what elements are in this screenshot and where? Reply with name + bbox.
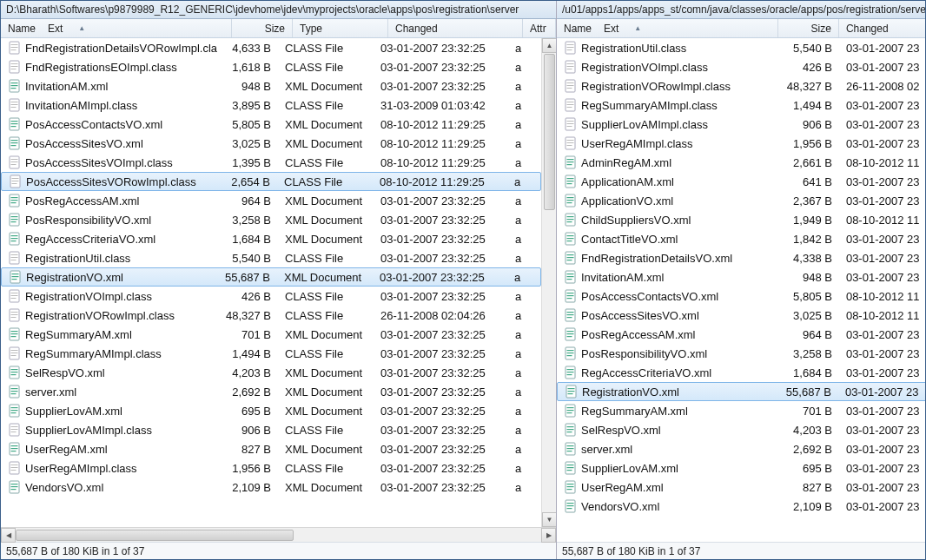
table-row[interactable]: UserRegAMImpl.class1,956 BCLASS File03-0… [1,458,541,478]
header-attr[interactable]: Attr [523,19,556,37]
class-file-icon [8,251,22,265]
header-size[interactable]: Size [778,19,839,37]
table-row[interactable]: SupplierLovAM.xml695 B03-01-2007 23 [557,458,926,478]
scroll-thumb[interactable] [544,54,555,210]
table-row[interactable]: VendorsVO.xml2,109 B03-01-2007 23 [557,497,926,516]
table-row[interactable]: PosAccessSitesVOImpl.class1,395 BCLASS F… [1,153,541,172]
table-row[interactable]: PosAccessContactsVO.xml5,805 BXML Docume… [1,115,541,134]
svg-rect-85 [11,445,18,446]
table-row[interactable]: PosAccessSitesVORowImpl.class2,654 BCLAS… [1,172,541,191]
table-row[interactable]: RegAccessCriteriaVO.xml1,684 B03-01-2007… [557,363,926,382]
table-row[interactable]: InvitationAM.xml948 B03-01-2007 23 [557,267,926,287]
table-row[interactable]: PosResponsibilityVO.xml3,258 BXML Docume… [1,210,541,229]
header-name[interactable]: Name Ext ▲ [557,19,778,37]
table-row[interactable]: FndRegistrationDetailsVORowImpl.class4,6… [1,38,541,57]
table-row[interactable]: VendorsVO.xml2,109 BXML Document03-01-20… [1,478,541,497]
header-type[interactable]: Type [293,19,388,37]
table-row[interactable]: AdminRegAM.xml2,661 B08-10-2012 11 [557,153,926,172]
table-row[interactable]: UserRegAMImpl.class1,956 B03-01-2007 23 [557,134,926,153]
svg-rect-61 [11,331,18,332]
table-row[interactable]: RegistrationVORowImpl.class48,327 BCLASS… [1,306,541,325]
svg-rect-82 [11,429,18,430]
table-row[interactable]: RegSummaryAMImpl.class1,494 BCLASS File0… [1,344,541,363]
file-name: RegAccessCriteriaVO.xml [25,233,155,246]
left-file-list[interactable]: FndRegistrationDetailsVORowImpl.class4,6… [1,38,556,527]
left-path-bar[interactable]: D:\Bharath\Softwares\p9879989_R12_GENERI… [1,1,556,19]
scroll-up-button[interactable]: ▲ [542,38,556,53]
table-row[interactable]: RegistrationUtil.class5,540 BCLASS File0… [1,248,541,267]
table-row[interactable]: SupplierLovAMImpl.class906 BCLASS File03… [1,420,541,439]
table-row[interactable]: RegSummaryAMImpl.class1,494 B03-01-2007 … [557,96,926,115]
file-size: 3,025 B [778,309,839,322]
file-type: CLASS File [278,347,374,360]
file-attr: a [508,252,541,265]
table-row[interactable]: ApplicationAM.xml641 B03-01-2007 23 [557,172,926,191]
file-type: XML Document [278,366,374,379]
class-file-icon [8,41,22,55]
scroll-right-button[interactable]: ▶ [541,528,556,543]
table-row[interactable]: PosAccessContactsVO.xml5,805 B08-10-2012… [557,287,926,306]
table-row[interactable]: PosRegAccessAM.xml964 BXML Document03-01… [1,191,541,210]
table-row[interactable]: FndRegistrationDetailsVO.xml4,338 B03-01… [557,248,926,267]
file-type: CLASS File [277,175,373,188]
svg-rect-6 [11,66,18,67]
right-file-list[interactable]: RegistrationUtil.class5,540 B03-01-2007 … [557,38,926,542]
svg-rect-190 [567,486,574,487]
file-changed: 03-01-2007 23:32:25 [374,214,508,227]
table-row[interactable]: UserRegAM.xml827 B03-01-2007 23 [557,478,926,497]
table-row[interactable]: InvitationAMImpl.class3,895 BCLASS File3… [1,96,541,115]
table-row[interactable]: PosResponsibilityVO.xml3,258 B03-01-2007… [557,344,926,363]
table-row[interactable]: PosRegAccessAM.xml964 B03-01-2007 23 [557,325,926,344]
table-row[interactable]: PosAccessSitesVO.xml3,025 BXML Document0… [1,134,541,153]
table-row[interactable]: RegAccessCriteriaVO.xml1,684 BXML Docume… [1,229,541,248]
table-row[interactable]: FndRegistrationsEOImpl.class1,618 BCLASS… [1,57,541,76]
svg-rect-169 [568,388,575,389]
scroll-left-button[interactable]: ◀ [1,528,16,543]
table-row[interactable]: RegSummaryAM.xml701 BXML Document03-01-2… [1,325,541,344]
svg-rect-158 [567,333,574,334]
table-row[interactable]: RegistrationUtil.class5,540 B03-01-2007 … [557,38,926,57]
table-row[interactable]: UserRegAM.xml827 BXML Document03-01-2007… [1,439,541,458]
table-row[interactable]: RegistrationVORowImpl.class48,327 B26-11… [557,76,926,96]
table-row[interactable]: ContactTitleVO.xml1,842 B03-01-2007 23 [557,229,926,248]
file-changed: 03-01-2007 23:32:25 [374,385,508,399]
table-row[interactable]: SelRespVO.xml4,203 BXML Document03-01-20… [1,363,541,382]
table-row[interactable]: server.xml2,692 BXML Document03-01-2007 … [1,382,541,401]
table-row[interactable]: ApplicationVO.xml2,367 B03-01-2007 23 [557,191,926,210]
xml-file-icon [8,194,22,208]
header-name[interactable]: Name Ext ▲ [1,19,232,37]
table-row[interactable]: RegistrationVOImpl.class426 B03-01-2007 … [557,57,926,76]
header-ext-label: Ext [48,23,63,35]
header-changed[interactable]: Changed [388,19,523,37]
file-type: XML Document [278,385,374,399]
table-row[interactable]: InvitationAM.xml948 BXML Document03-01-2… [1,76,541,96]
svg-rect-121 [567,159,574,160]
xml-file-icon [8,136,22,150]
right-path-bar[interactable]: /u01/apps1/apps/apps_st/comn/java/classe… [557,1,926,19]
table-row[interactable]: SupplierLovAMImpl.class906 B03-01-2007 2… [557,115,926,134]
left-horizontal-scrollbar[interactable]: ◀ ▶ [1,527,556,542]
table-row[interactable]: RegistrationVOImpl.class426 BCLASS File0… [1,287,541,306]
file-changed: 03-01-2007 23 [839,271,926,284]
table-row[interactable]: SupplierLovAM.xml695 BXML Document03-01-… [1,401,541,420]
hscroll-thumb[interactable] [16,530,294,541]
table-row[interactable]: RegSummaryAM.xml701 B03-01-2007 23 [557,401,926,420]
svg-rect-149 [567,293,574,293]
table-row[interactable]: PosAccessSitesVO.xml3,025 B08-10-2012 11 [557,306,926,325]
table-row[interactable]: server.xml2,692 B03-01-2007 23 [557,439,926,458]
file-changed: 03-01-2007 23 [838,385,926,399]
scroll-down-button[interactable]: ▼ [542,512,556,527]
table-row[interactable]: RegistrationVO.xml55,687 BXML Document03… [1,267,541,287]
svg-rect-51 [12,279,17,280]
svg-rect-155 [567,317,572,318]
table-row[interactable]: SelRespVO.xml4,203 B03-01-2007 23 [557,420,926,439]
svg-rect-86 [11,448,18,449]
table-row[interactable]: RegistrationVO.xml55,687 B03-01-2007 23 [557,382,926,401]
file-type: XML Document [278,80,374,93]
table-row[interactable]: ChildSuppliersVO.xml1,949 B08-10-2012 11 [557,210,926,229]
header-size[interactable]: Size [232,19,293,37]
file-name: RegAccessCriteriaVO.xml [581,366,711,379]
header-changed[interactable]: Changed [839,19,926,37]
left-vertical-scrollbar[interactable]: ▲ ▼ [541,38,556,527]
svg-rect-175 [567,412,572,413]
